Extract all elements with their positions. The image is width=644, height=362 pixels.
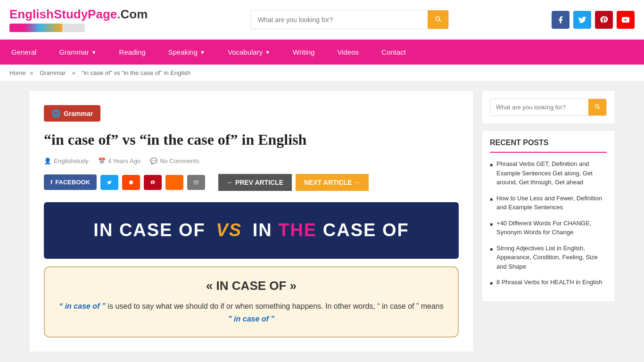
sidebar-search	[482, 91, 614, 123]
article-banner-image: IN CASE OF vs IN THE CASE OF	[44, 202, 459, 259]
recent-post-link-5[interactable]: 8 Phrasal Verbs for HEALTH in English	[496, 278, 602, 287]
recent-post-item-4: ■ Strong Adjectives List in English, App…	[490, 244, 607, 272]
banner-vs: vs	[216, 220, 242, 240]
facebook-social-icon[interactable]	[552, 11, 570, 29]
author-name: Englishstudy	[54, 157, 89, 165]
breadcrumb-home[interactable]: Home	[9, 69, 26, 76]
share-pinterest-button[interactable]	[144, 175, 162, 190]
breadcrumb: Home » Grammar » “in case of” vs “in the…	[0, 65, 644, 82]
breadcrumb-sep2: »	[72, 69, 75, 76]
in-case-of-box: « IN CASE OF » “ in case of ” is used to…	[44, 266, 459, 337]
bullet-icon-3: ■	[490, 221, 493, 228]
main-nav: General Grammar▼ Reading Speaking▼ Vocab…	[0, 40, 644, 65]
article-date: 4 Years Ago	[108, 157, 140, 165]
nav-item-videos[interactable]: Videos	[326, 40, 370, 65]
recent-post-item-1: ■ Phrasal Verbs GET, Definition and Exam…	[490, 159, 607, 187]
share-reddit-button[interactable]	[122, 175, 140, 190]
logo-area: EnglishStudyPage.Com	[9, 7, 148, 32]
bullet-icon-5: ■	[490, 280, 493, 287]
comments-meta: 💬 No Comments	[150, 157, 199, 165]
logo-com-part: Com	[121, 7, 148, 21]
youtube-social-icon[interactable]	[617, 11, 635, 29]
share-twitter-button[interactable]	[100, 175, 118, 190]
recent-post-item-2: ■ How to Use Less and Fewer, Definition …	[490, 194, 607, 212]
nav-item-speaking[interactable]: Speaking▼	[157, 40, 216, 65]
share-facebook-button[interactable]: f FACEBOOK	[44, 174, 97, 190]
header-search-button[interactable]	[428, 10, 448, 29]
nav-item-contact[interactable]: Contact	[370, 40, 417, 65]
sidebar-search-input[interactable]	[490, 99, 588, 115]
svg-point-0	[129, 180, 133, 184]
main-layout: 🌐 Grammar “in case of” vs “in the case o…	[20, 82, 624, 361]
share-row: f FACEBOOK ← PREV ARTICLE NEXT ARTICLE →	[44, 174, 459, 191]
twitter-social-icon[interactable]	[573, 11, 591, 29]
bullet-icon-1: ■	[490, 161, 493, 168]
box-body-text: “ in case of ” is used to say what we sh…	[59, 300, 444, 325]
logo-dot: .	[117, 7, 120, 21]
header-search-bar	[251, 10, 449, 29]
recent-posts-title: RECENT POSTS	[490, 139, 607, 153]
category-badge[interactable]: 🌐 Grammar	[44, 105, 100, 122]
header: EnglishStudyPage.Com	[0, 0, 644, 40]
recent-post-link-3[interactable]: +40 Different Words For CHANGE, Synonym …	[496, 219, 607, 237]
social-icons	[552, 11, 635, 29]
banner-the: THE	[278, 220, 317, 240]
breadcrumb-sep1: »	[30, 69, 33, 76]
logo-pink-part: EnglishStudyPage	[9, 7, 117, 21]
banner-in: IN	[253, 220, 272, 240]
header-search-input[interactable]	[251, 11, 428, 28]
logo-text: EnglishStudyPage.Com	[9, 7, 148, 22]
logo-pencil-icon	[9, 24, 85, 32]
comment-icon: 💬	[150, 157, 157, 165]
bullet-icon-4: ■	[490, 246, 493, 253]
sidebar: RECENT POSTS ■ Phrasal Verbs GET, Defini…	[482, 91, 614, 352]
banner-case-of: CASE OF	[323, 220, 409, 240]
bullet-icon-2: ■	[490, 196, 493, 203]
author-meta: 👤 Englishstudy	[44, 157, 89, 165]
share-mix-button[interactable]	[165, 175, 183, 190]
nav-item-reading[interactable]: Reading	[108, 40, 157, 65]
globe-icon: 🌐	[51, 109, 61, 118]
nav-item-grammar[interactable]: Grammar▼	[48, 40, 107, 65]
in-case-banner: IN CASE OF vs IN THE CASE OF	[44, 202, 459, 259]
banner-in-case-of: IN CASE OF	[93, 220, 205, 240]
grammar-arrow-icon: ▼	[91, 49, 97, 55]
recent-post-link-1[interactable]: Phrasal Verbs GET, Definition and Exampl…	[496, 159, 607, 187]
nav-item-writing[interactable]: Writing	[281, 40, 326, 65]
sidebar-search-bar	[490, 99, 607, 116]
calendar-icon: 📅	[98, 157, 106, 165]
sidebar-search-button[interactable]	[588, 99, 606, 115]
nav-item-general[interactable]: General	[0, 40, 48, 65]
box-title: « IN CASE OF »	[59, 279, 444, 293]
recent-post-link-2[interactable]: How to Use Less and Fewer, Definition an…	[496, 194, 607, 212]
vocabulary-arrow-icon: ▼	[265, 49, 270, 55]
fb-share-icon: f	[50, 179, 52, 186]
share-email-button[interactable]	[187, 175, 205, 190]
breadcrumb-current: “in case of” vs “in the case of” in Engl…	[82, 69, 191, 76]
highlight-in-case-of: “ in case of ”	[59, 302, 106, 310]
recent-posts-section: RECENT POSTS ■ Phrasal Verbs GET, Defini…	[482, 131, 614, 301]
author-icon: 👤	[44, 157, 51, 165]
recent-post-link-4[interactable]: Strong Adjectives List in English, Appea…	[496, 244, 607, 272]
recent-post-item-5: ■ 8 Phrasal Verbs for HEALTH in English	[490, 278, 607, 287]
logo[interactable]: EnglishStudyPage.Com	[9, 7, 148, 32]
article-comments: No Comments	[160, 157, 199, 165]
date-meta: 📅 4 Years Ago	[98, 157, 140, 165]
banner-text: IN CASE OF vs IN THE CASE OF	[93, 220, 409, 240]
article-title: “in case of” vs “in the case of” in Engl…	[44, 130, 459, 150]
speaking-arrow-icon: ▼	[200, 49, 205, 55]
next-article-button[interactable]: NEXT ARTICLE →	[296, 174, 369, 191]
category-label: Grammar	[64, 110, 93, 117]
article-nav-buttons: ← PREV ARTICLE NEXT ARTICLE →	[218, 174, 369, 191]
highlight-in-case-of-2: " in case of "	[228, 315, 274, 323]
article-content: 🌐 Grammar “in case of” vs “in the case o…	[30, 91, 473, 352]
prev-article-button[interactable]: ← PREV ARTICLE	[218, 174, 292, 191]
breadcrumb-grammar[interactable]: Grammar	[37, 69, 68, 76]
fb-share-label: FACEBOOK	[55, 179, 90, 186]
pinterest-social-icon[interactable]	[595, 11, 613, 29]
nav-item-vocabulary[interactable]: Vocabulary▼	[216, 40, 281, 65]
box-text-middle: is used to say what we should do if or w…	[107, 302, 443, 310]
article-meta: 👤 Englishstudy 📅 4 Years Ago 💬 No Commen…	[44, 157, 459, 165]
recent-post-item-3: ■ +40 Different Words For CHANGE, Synony…	[490, 219, 607, 237]
